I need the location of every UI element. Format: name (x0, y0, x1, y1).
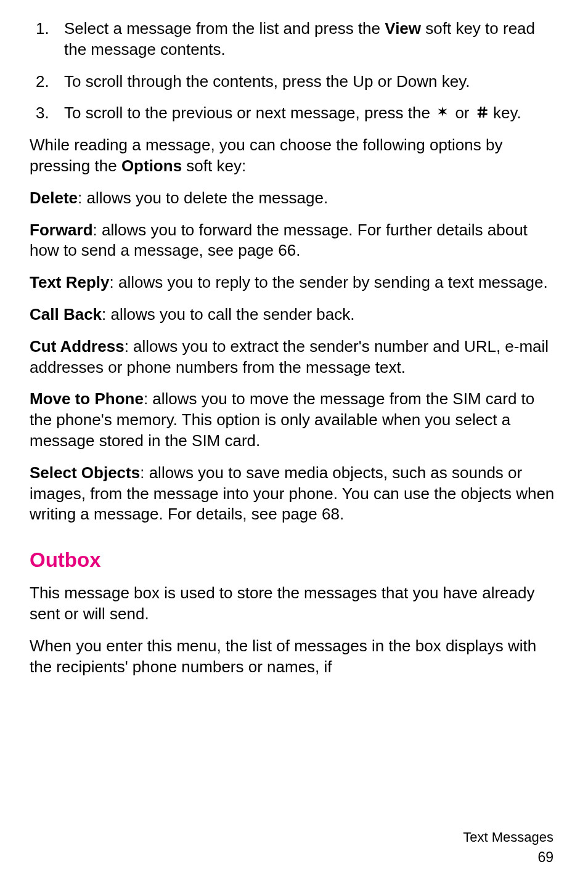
option-call-back: Call Back: allows you to call the sender… (30, 304, 558, 325)
option-cut-address-term: Cut Address (30, 337, 125, 356)
step-2-body: To scroll through the contents, press th… (64, 71, 558, 92)
option-text-reply-term: Text Reply (30, 273, 110, 291)
step-3-body: To scroll to the previous or next messag… (64, 103, 558, 124)
option-delete-desc: : allows you to delete the message. (78, 189, 328, 207)
step-2-number: 2. (30, 71, 64, 92)
option-move-to-phone: Move to Phone: allows you to move the me… (30, 389, 558, 451)
step-1-body: Select a message from the list and press… (64, 18, 558, 60)
option-delete: Delete: allows you to delete the message… (30, 188, 558, 209)
step-1-pre: Select a message from the list and press… (64, 19, 385, 38)
page-footer: Text Messages 69 (463, 829, 553, 866)
option-forward-term: Forward (30, 221, 93, 239)
footer-section-title: Text Messages (463, 829, 553, 845)
option-forward: Forward: allows you to forward the messa… (30, 220, 558, 262)
step-2: 2. To scroll through the contents, press… (30, 71, 558, 92)
outbox-heading: Outbox (30, 548, 558, 572)
options-intro-bold: Options (121, 157, 182, 175)
star-key-icon (436, 105, 449, 118)
step-1-bold: View (385, 19, 421, 38)
option-delete-term: Delete (30, 189, 78, 207)
options-intro-pre: While reading a message, you can choose … (30, 136, 502, 175)
page-container: 1. Select a message from the list and pr… (0, 0, 588, 883)
footer-page-number: 69 (463, 849, 553, 866)
step-3-post: key. (489, 104, 521, 122)
option-text-reply: Text Reply: allows you to reply to the s… (30, 272, 558, 293)
hash-key-icon (475, 106, 488, 118)
option-call-back-desc: : allows you to call the sender back. (102, 305, 354, 323)
step-3-mid: or (451, 104, 474, 122)
step-1-number: 1. (30, 18, 64, 39)
options-intro-post: soft key: (182, 157, 246, 175)
options-intro: While reading a message, you can choose … (30, 135, 558, 177)
step-1: 1. Select a message from the list and pr… (30, 18, 558, 60)
option-forward-desc: : allows you to forward the message. For… (30, 221, 528, 260)
outbox-p1: This message box is used to store the me… (30, 583, 558, 625)
step-3-number: 3. (30, 103, 64, 124)
step-3-pre: To scroll to the previous or next messag… (64, 104, 435, 122)
step-3: 3. To scroll to the previous or next mes… (30, 103, 558, 124)
option-select-objects: Select Objects: allows you to save media… (30, 463, 558, 525)
outbox-p2: When you enter this menu, the list of me… (30, 636, 558, 678)
option-cut-address: Cut Address: allows you to extract the s… (30, 336, 558, 378)
option-call-back-term: Call Back (30, 305, 102, 323)
option-text-reply-desc: : allows you to reply to the sender by s… (110, 273, 548, 291)
option-select-objects-term: Select Objects (30, 463, 140, 482)
numbered-steps: 1. Select a message from the list and pr… (30, 18, 558, 124)
option-move-to-phone-term: Move to Phone (30, 389, 144, 408)
